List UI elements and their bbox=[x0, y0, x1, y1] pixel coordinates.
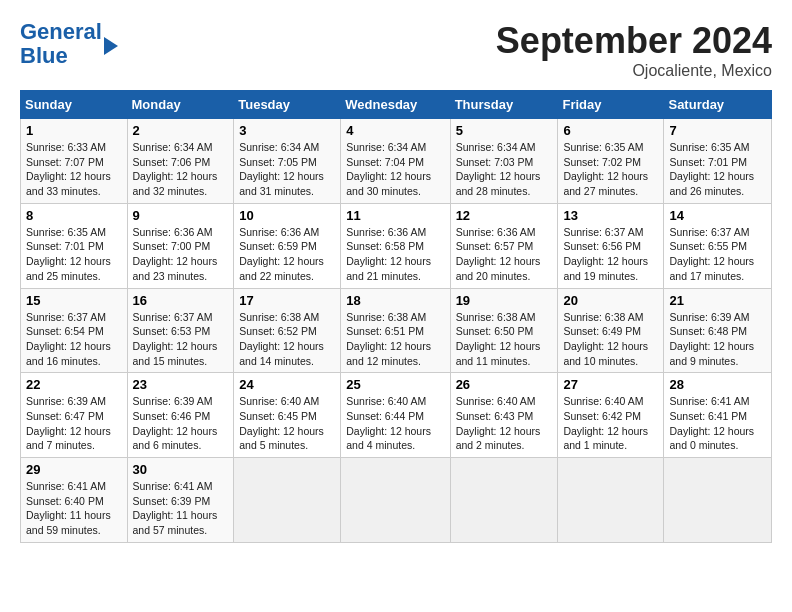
day-number: 22 bbox=[26, 377, 122, 392]
table-row: 2 Sunrise: 6:34 AMSunset: 7:06 PMDayligh… bbox=[127, 119, 234, 204]
calendar-week-row: 29 Sunrise: 6:41 AMSunset: 6:40 PMDaylig… bbox=[21, 458, 772, 543]
day-info: Sunrise: 6:37 AMSunset: 6:53 PMDaylight:… bbox=[133, 310, 229, 369]
table-row: 14 Sunrise: 6:37 AMSunset: 6:55 PMDaylig… bbox=[664, 203, 772, 288]
calendar-week-row: 15 Sunrise: 6:37 AMSunset: 6:54 PMDaylig… bbox=[21, 288, 772, 373]
day-info: Sunrise: 6:41 AMSunset: 6:39 PMDaylight:… bbox=[133, 479, 229, 538]
table-row: 27 Sunrise: 6:40 AMSunset: 6:42 PMDaylig… bbox=[558, 373, 664, 458]
table-row bbox=[450, 458, 558, 543]
day-info: Sunrise: 6:37 AMSunset: 6:56 PMDaylight:… bbox=[563, 225, 658, 284]
table-row: 13 Sunrise: 6:37 AMSunset: 6:56 PMDaylig… bbox=[558, 203, 664, 288]
calendar-week-row: 8 Sunrise: 6:35 AMSunset: 7:01 PMDayligh… bbox=[21, 203, 772, 288]
day-number: 19 bbox=[456, 293, 553, 308]
calendar-week-row: 22 Sunrise: 6:39 AMSunset: 6:47 PMDaylig… bbox=[21, 373, 772, 458]
logo-text: GeneralBlue bbox=[20, 20, 102, 68]
day-number: 10 bbox=[239, 208, 335, 223]
day-number: 26 bbox=[456, 377, 553, 392]
day-info: Sunrise: 6:34 AMSunset: 7:06 PMDaylight:… bbox=[133, 140, 229, 199]
day-number: 1 bbox=[26, 123, 122, 138]
day-number: 27 bbox=[563, 377, 658, 392]
day-info: Sunrise: 6:38 AMSunset: 6:49 PMDaylight:… bbox=[563, 310, 658, 369]
day-number: 12 bbox=[456, 208, 553, 223]
header-saturday: Saturday bbox=[664, 91, 772, 119]
header-thursday: Thursday bbox=[450, 91, 558, 119]
title-block: September 2024 Ojocaliente, Mexico bbox=[496, 20, 772, 80]
day-info: Sunrise: 6:37 AMSunset: 6:55 PMDaylight:… bbox=[669, 225, 766, 284]
table-row: 15 Sunrise: 6:37 AMSunset: 6:54 PMDaylig… bbox=[21, 288, 128, 373]
table-row bbox=[341, 458, 450, 543]
day-info: Sunrise: 6:35 AMSunset: 7:01 PMDaylight:… bbox=[669, 140, 766, 199]
table-row: 28 Sunrise: 6:41 AMSunset: 6:41 PMDaylig… bbox=[664, 373, 772, 458]
day-info: Sunrise: 6:36 AMSunset: 7:00 PMDaylight:… bbox=[133, 225, 229, 284]
day-number: 18 bbox=[346, 293, 444, 308]
day-number: 2 bbox=[133, 123, 229, 138]
day-number: 23 bbox=[133, 377, 229, 392]
table-row: 18 Sunrise: 6:38 AMSunset: 6:51 PMDaylig… bbox=[341, 288, 450, 373]
day-info: Sunrise: 6:36 AMSunset: 6:57 PMDaylight:… bbox=[456, 225, 553, 284]
day-info: Sunrise: 6:34 AMSunset: 7:05 PMDaylight:… bbox=[239, 140, 335, 199]
table-row: 12 Sunrise: 6:36 AMSunset: 6:57 PMDaylig… bbox=[450, 203, 558, 288]
day-info: Sunrise: 6:40 AMSunset: 6:43 PMDaylight:… bbox=[456, 394, 553, 453]
day-info: Sunrise: 6:35 AMSunset: 7:02 PMDaylight:… bbox=[563, 140, 658, 199]
calendar-table: Sunday Monday Tuesday Wednesday Thursday… bbox=[20, 90, 772, 543]
table-row: 5 Sunrise: 6:34 AMSunset: 7:03 PMDayligh… bbox=[450, 119, 558, 204]
header-tuesday: Tuesday bbox=[234, 91, 341, 119]
table-row bbox=[664, 458, 772, 543]
day-info: Sunrise: 6:38 AMSunset: 6:52 PMDaylight:… bbox=[239, 310, 335, 369]
day-number: 3 bbox=[239, 123, 335, 138]
day-info: Sunrise: 6:40 AMSunset: 6:42 PMDaylight:… bbox=[563, 394, 658, 453]
day-info: Sunrise: 6:39 AMSunset: 6:48 PMDaylight:… bbox=[669, 310, 766, 369]
table-row: 19 Sunrise: 6:38 AMSunset: 6:50 PMDaylig… bbox=[450, 288, 558, 373]
day-number: 4 bbox=[346, 123, 444, 138]
table-row: 10 Sunrise: 6:36 AMSunset: 6:59 PMDaylig… bbox=[234, 203, 341, 288]
header-wednesday: Wednesday bbox=[341, 91, 450, 119]
day-number: 9 bbox=[133, 208, 229, 223]
table-row: 16 Sunrise: 6:37 AMSunset: 6:53 PMDaylig… bbox=[127, 288, 234, 373]
day-number: 6 bbox=[563, 123, 658, 138]
header-monday: Monday bbox=[127, 91, 234, 119]
day-number: 30 bbox=[133, 462, 229, 477]
table-row: 7 Sunrise: 6:35 AMSunset: 7:01 PMDayligh… bbox=[664, 119, 772, 204]
day-number: 29 bbox=[26, 462, 122, 477]
page-header: GeneralBlue September 2024 Ojocaliente, … bbox=[20, 20, 772, 80]
calendar-header-row: Sunday Monday Tuesday Wednesday Thursday… bbox=[21, 91, 772, 119]
day-info: Sunrise: 6:35 AMSunset: 7:01 PMDaylight:… bbox=[26, 225, 122, 284]
day-number: 11 bbox=[346, 208, 444, 223]
table-row: 3 Sunrise: 6:34 AMSunset: 7:05 PMDayligh… bbox=[234, 119, 341, 204]
day-info: Sunrise: 6:38 AMSunset: 6:50 PMDaylight:… bbox=[456, 310, 553, 369]
table-row: 21 Sunrise: 6:39 AMSunset: 6:48 PMDaylig… bbox=[664, 288, 772, 373]
day-info: Sunrise: 6:38 AMSunset: 6:51 PMDaylight:… bbox=[346, 310, 444, 369]
day-number: 15 bbox=[26, 293, 122, 308]
day-info: Sunrise: 6:34 AMSunset: 7:04 PMDaylight:… bbox=[346, 140, 444, 199]
table-row: 4 Sunrise: 6:34 AMSunset: 7:04 PMDayligh… bbox=[341, 119, 450, 204]
logo: GeneralBlue bbox=[20, 20, 118, 68]
table-row: 17 Sunrise: 6:38 AMSunset: 6:52 PMDaylig… bbox=[234, 288, 341, 373]
header-friday: Friday bbox=[558, 91, 664, 119]
day-number: 28 bbox=[669, 377, 766, 392]
table-row: 25 Sunrise: 6:40 AMSunset: 6:44 PMDaylig… bbox=[341, 373, 450, 458]
table-row: 9 Sunrise: 6:36 AMSunset: 7:00 PMDayligh… bbox=[127, 203, 234, 288]
table-row: 11 Sunrise: 6:36 AMSunset: 6:58 PMDaylig… bbox=[341, 203, 450, 288]
day-info: Sunrise: 6:40 AMSunset: 6:45 PMDaylight:… bbox=[239, 394, 335, 453]
table-row bbox=[558, 458, 664, 543]
day-info: Sunrise: 6:40 AMSunset: 6:44 PMDaylight:… bbox=[346, 394, 444, 453]
table-row: 24 Sunrise: 6:40 AMSunset: 6:45 PMDaylig… bbox=[234, 373, 341, 458]
day-info: Sunrise: 6:34 AMSunset: 7:03 PMDaylight:… bbox=[456, 140, 553, 199]
table-row: 20 Sunrise: 6:38 AMSunset: 6:49 PMDaylig… bbox=[558, 288, 664, 373]
day-info: Sunrise: 6:37 AMSunset: 6:54 PMDaylight:… bbox=[26, 310, 122, 369]
table-row: 8 Sunrise: 6:35 AMSunset: 7:01 PMDayligh… bbox=[21, 203, 128, 288]
day-info: Sunrise: 6:36 AMSunset: 6:59 PMDaylight:… bbox=[239, 225, 335, 284]
table-row: 22 Sunrise: 6:39 AMSunset: 6:47 PMDaylig… bbox=[21, 373, 128, 458]
day-info: Sunrise: 6:39 AMSunset: 6:46 PMDaylight:… bbox=[133, 394, 229, 453]
table-row: 23 Sunrise: 6:39 AMSunset: 6:46 PMDaylig… bbox=[127, 373, 234, 458]
month-title: September 2024 bbox=[496, 20, 772, 62]
table-row bbox=[234, 458, 341, 543]
header-sunday: Sunday bbox=[21, 91, 128, 119]
table-row: 30 Sunrise: 6:41 AMSunset: 6:39 PMDaylig… bbox=[127, 458, 234, 543]
day-number: 24 bbox=[239, 377, 335, 392]
day-info: Sunrise: 6:33 AMSunset: 7:07 PMDaylight:… bbox=[26, 140, 122, 199]
day-number: 25 bbox=[346, 377, 444, 392]
day-number: 7 bbox=[669, 123, 766, 138]
table-row: 1 Sunrise: 6:33 AMSunset: 7:07 PMDayligh… bbox=[21, 119, 128, 204]
table-row: 6 Sunrise: 6:35 AMSunset: 7:02 PMDayligh… bbox=[558, 119, 664, 204]
day-number: 21 bbox=[669, 293, 766, 308]
